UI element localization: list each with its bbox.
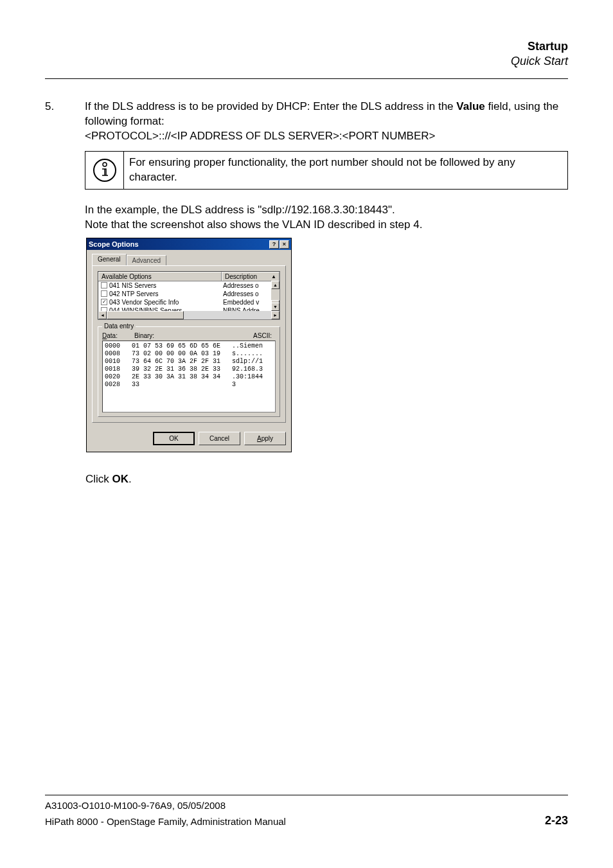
page-number: 2-23 [545,813,568,828]
step-text-1: If the DLS address is to be provided by … [85,100,456,112]
header-quickstart: Quick Start [511,55,568,68]
dialog-title: Scope Options [89,240,139,248]
vertical-scrollbar[interactable]: ▲ ▼ [271,281,280,311]
data-label: Data: [102,332,134,339]
note-text: For ensuring proper functionality, the p… [124,152,567,189]
ascii-label: ASCII: [224,332,276,339]
column-available-options[interactable]: Available Options [98,272,222,281]
step-protocol-line: <PROTOCOL>:://<IP ADDRESS OF DLS SERVER>… [85,130,435,142]
header-startup: Startup [511,40,568,53]
tab-body: Available Options Description ▲ 041 NIS … [92,265,286,423]
info-icon [85,152,124,189]
checkbox-043[interactable]: ✓ [101,299,107,305]
dialog-titlebar[interactable]: Scope Options ? × [87,238,291,250]
horizontal-scrollbar[interactable]: ◄ ► [98,311,280,319]
scroll-down-icon[interactable]: ▼ [271,303,280,311]
checkbox-041[interactable] [101,282,107,288]
column-description[interactable]: Description ▲ [222,272,280,281]
help-button[interactable]: ? [269,240,279,249]
close-button[interactable]: × [280,240,289,249]
cancel-button[interactable]: Cancel [199,432,240,445]
tab-advanced[interactable]: Advanced [127,255,166,265]
option-row-042[interactable]: 042 NTP Servers Addresses o [98,290,280,298]
scroll-up-icon[interactable]: ▲ [271,281,280,289]
checkbox-042[interactable] [101,290,107,297]
footer-rule [45,795,568,795]
option-row-041[interactable]: 041 NIS Servers Addresses o [98,281,280,290]
step-value-word: Value [456,100,484,112]
hex-data-area[interactable]: 0000 01 07 53 69 65 6D 65 6E ..Siemen 00… [102,341,276,412]
example-block: In the example, the DLS address is "sdlp… [85,203,568,233]
example-line2: Note that the screenshot also shows the … [85,218,422,231]
data-entry-legend: Data entry [102,323,136,330]
note-box: For ensuring proper functionality, the p… [85,151,568,190]
example-line1: In the example, the DLS address is "sdlp… [85,204,395,216]
scroll-left-icon[interactable]: ◄ [98,311,107,319]
footer-manual-title: HiPath 8000 - OpenStage Family, Administ… [45,815,286,828]
apply-button[interactable]: Apply [244,432,286,445]
sort-up-icon: ▲ [271,274,276,279]
scroll-right-icon[interactable]: ► [271,311,280,319]
svg-point-1 [103,163,107,166]
option-row-043[interactable]: ✓ 043 Vendor Specific Info Embedded v [98,298,280,306]
data-entry-group: Data entry Data: Binary: ASCII: 0000 01 … [98,326,280,417]
page-footer: A31003-O1010-M100-9-76A9, 05/05/2008 HiP… [45,795,568,828]
footer-ref: A31003-O1010-M100-9-76A9, 05/05/2008 [45,799,568,812]
page-header: Startup Quick Start [511,40,568,68]
available-options-list[interactable]: Available Options Description ▲ 041 NIS … [98,271,280,320]
scope-options-dialog: Scope Options ? × General Advanced Avail… [86,238,292,452]
click-ok-instruction: Click OK. [85,473,132,486]
step-number: 5. [45,100,54,114]
step-5: 5. If the DLS address is to be provided … [45,100,568,144]
binary-label: Binary: [134,332,224,339]
tab-general[interactable]: General [92,254,127,265]
header-rule [45,78,568,79]
horizontal-scroll-thumb[interactable] [107,311,184,319]
ok-button[interactable]: OK [153,432,195,445]
